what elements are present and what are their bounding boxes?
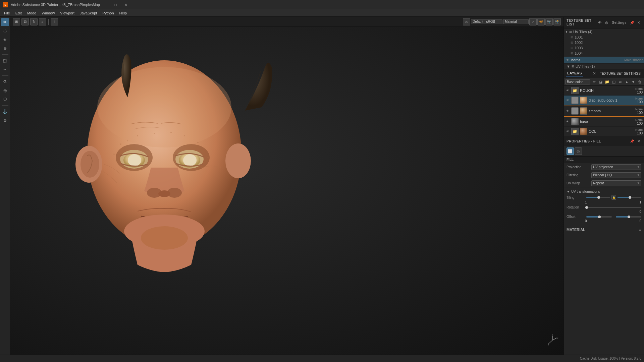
col-eye[interactable]: 👁 [565,129,570,134]
tool-paint[interactable]: ✏ [1,18,9,26]
restore-button[interactable]: □ [111,0,120,9]
menu-viewport[interactable]: Viewport [57,10,77,16]
layers-close-btn[interactable]: ✕ [593,71,596,76]
uv-tile-1003[interactable]: ⊞ 1003 [564,45,644,51]
tsl-pin-icon[interactable]: 📌 [629,20,635,25]
base-eye[interactable]: 👁 [565,119,570,124]
menu-help[interactable]: Help [117,10,130,16]
tsl-eye-icon[interactable]: 👁 [597,20,603,25]
vp-camera-btn[interactable]: 📷 [545,18,553,25]
layer-disp-sub5[interactable]: 👁 disp_sub5 copy 1 Norm 100 [564,96,644,105]
material-expand-icon[interactable]: ≡ [639,228,641,232]
viewport[interactable]: ⊞ ⊡ ↻ ⌂ ⏸ 2D Default - sRGB Material ▷ 🔆… [10,17,564,355]
tiling-slider-1[interactable] [586,197,610,198]
tool-bake[interactable]: ⊛ [1,116,9,124]
uv-tile-1001[interactable]: ⊞ 1001 [564,35,644,40]
texture-set-list-title: TEXTURE SET LIST [567,19,597,26]
tool-eraser[interactable]: ◈ [1,36,9,44]
blend-mode-dropdown[interactable]: Base color [565,79,590,84]
tiling-thumb-2[interactable] [629,196,631,199]
tool-selection[interactable]: ⬚ [1,57,9,65]
vp-2d-view[interactable]: 2D [463,18,470,25]
layer-add-paint-btn[interactable]: ✏ [591,79,597,85]
menu-file[interactable]: File [1,10,13,16]
offset-thumb-2[interactable] [628,216,630,218]
layer-base[interactable]: 👁 base Norm 100 [564,117,644,127]
minimize-button[interactable]: ─ [100,0,109,9]
tsl-close-icon[interactable]: ✕ [636,20,641,25]
prop-tab-material[interactable]: ◎ [575,147,582,155]
tsl-settings-label[interactable]: Settings [611,20,628,25]
menu-edit[interactable]: Edit [13,10,24,16]
prop-pin-icon[interactable]: 📌 [629,138,635,144]
menu-window[interactable]: Window [39,10,57,16]
uv-tiles-group[interactable]: ▼ ⊞ UV Tiles (4) [564,29,644,35]
prop-tab-fill[interactable]: ⬜ [567,147,574,155]
vp-snapshot-btn[interactable]: 📸 [553,18,561,25]
smooth-eye[interactable]: 👁 [565,109,570,113]
layer-rough[interactable]: 👁 📁 ROUGH Norm 100 [564,86,644,96]
layer-move-up-btn[interactable]: ▲ [624,79,630,85]
layer-move-down-btn[interactable]: ▼ [630,79,636,85]
close-button[interactable]: ✕ [121,0,131,9]
tool-anchor[interactable]: ⚓ [1,108,9,116]
rotation-slider[interactable] [586,207,641,208]
rotation-thumb[interactable] [585,206,588,209]
texture-set-list-panel: TEXTURE SET LIST 👁 ◎ Settings 📌 ✕ ▼ ⊞ UV… [564,17,644,69]
vp-reset-btn[interactable]: ⌂ [39,18,46,25]
horns-uv-tiles[interactable]: ▼ ⊞ UV Tiles (1) [564,64,644,69]
prop-close-icon[interactable]: ✕ [636,138,641,144]
tool-smudge[interactable]: ◌ [1,27,9,35]
tile-1001-label: 1001 [575,35,583,39]
svg-point-18 [137,135,138,136]
layer-add-mask-btn[interactable]: ◫ [611,79,616,85]
vp-env-btn[interactable]: 🔆 [537,18,545,25]
uv-transformations-header[interactable]: ▼ UV transformations [564,189,644,194]
disp-eye[interactable]: 👁 [565,98,570,103]
fill-section-header[interactable]: FILL [564,157,644,163]
tool-clone[interactable]: ⊕ [1,44,9,52]
uv-tile-1004[interactable]: ⊞ 1004 [564,51,644,56]
horns-shader: Main shader [624,58,643,62]
tiling-label: Tiling [567,196,585,199]
filtering-dropdown[interactable]: Bilinear | HQ ▼ [591,172,641,178]
horns-eye-btn[interactable]: 👁 [565,58,570,62]
vp-grid-btn[interactable]: ⊞ [13,18,20,25]
vp-pause-btn[interactable]: ⏸ [51,18,58,25]
projection-dropdown[interactable]: UV projection ▼ [591,164,641,170]
tiling-thumb-1[interactable] [597,196,600,199]
offset-slider-2[interactable] [616,216,641,218]
vp-render-btn[interactable]: ▷ [529,18,537,25]
tiling-lock[interactable]: 🔒 [611,195,616,200]
tool-eyedropper[interactable]: ⚗ [1,78,9,86]
tiling-slider-2[interactable] [618,197,641,198]
layer-col[interactable]: 👁 📁 COL Norm 100 [564,127,644,136]
vp-rotate-btn[interactable]: ↻ [30,18,38,25]
layer-delete-btn[interactable]: 🗑 [637,79,643,85]
vp-2d-btn[interactable]: ⊡ [21,18,29,25]
tsl-eye2-icon[interactable]: ◎ [604,20,609,25]
menu-python[interactable]: Python [100,10,116,16]
tool-material[interactable]: ◎ [1,86,9,95]
rough-eye[interactable]: 👁 [565,88,570,93]
offset-thumb-1[interactable] [598,216,601,218]
tool-geometry-mask[interactable]: ⬡ [1,95,9,103]
uv-wrap-dropdown[interactable]: Repeat ▼ [591,180,641,186]
channel-dropdown[interactable]: Material [503,19,529,24]
tab-texture-set-settings[interactable]: TEXTURE SET SETTINGS [599,71,642,76]
layer-smooth[interactable]: 👁 smooth Norm 100 [564,106,644,116]
layer-add-group-btn[interactable]: 📁 [604,79,610,85]
menu-javascript[interactable]: JavaScript [77,10,100,16]
disp-norm: Norm 100 [635,97,643,104]
3d-viewport[interactable]: x y z [10,27,564,355]
view-dropdown[interactable]: Default - sRGB [471,19,502,24]
uv-tile-1002[interactable]: ⊞ 1002 [564,40,644,45]
layer-add-fill-btn[interactable]: ◪ [598,79,603,85]
tool-transform[interactable]: ↔ [1,65,9,73]
offset-slider-1[interactable] [586,216,612,218]
tab-layers[interactable]: LAYERS [566,70,583,76]
properties-tabs: ⬜ ◎ [564,146,644,157]
layer-duplicate-btn[interactable]: ⧉ [618,79,623,85]
menu-mode[interactable]: Mode [24,10,39,16]
texture-set-horns[interactable]: 👁 horns Main shader [564,57,644,64]
